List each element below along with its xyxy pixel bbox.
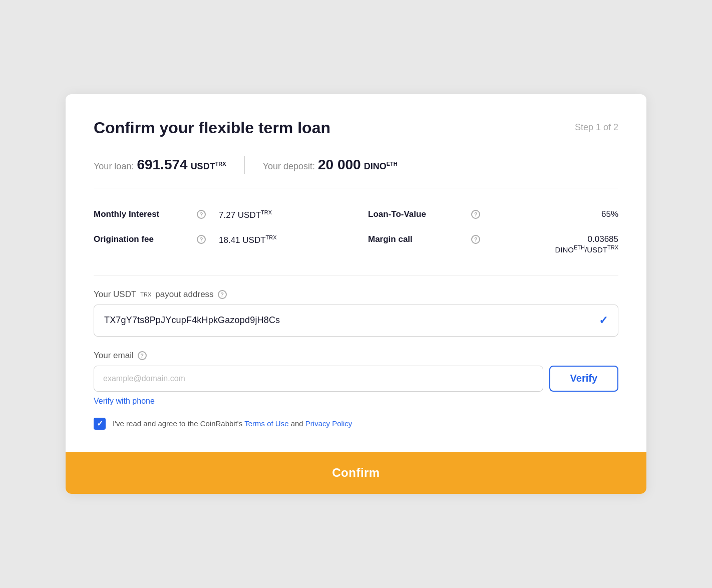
email-input[interactable]	[94, 366, 543, 392]
agree-row: ✓ I've read and agree to the CoinRabbit'…	[94, 418, 618, 430]
details-block: Monthly Interest ? 7.27 USDTTRX Loan-To-…	[94, 202, 618, 275]
email-help-icon[interactable]: ?	[138, 351, 147, 360]
origination-fee-label-group: Origination fee ?	[94, 234, 219, 244]
deposit-currency: DINOETH	[364, 161, 398, 172]
margin-call-help-icon[interactable]: ?	[471, 235, 480, 244]
origination-fee-value: 18.41 USDTTRX	[219, 234, 344, 245]
confirm-button[interactable]: Confirm	[66, 452, 646, 494]
loan-amount: 691.574	[137, 157, 187, 173]
loan-item: Your loan: 691.574 USDTTRX	[94, 157, 226, 173]
margin-call-sub: DINOETH/USDTTRX	[493, 244, 618, 254]
ltv-label: Loan-To-Value	[368, 209, 468, 219]
payout-address-box: TX7gY7ts8PpJYcupF4kHpkGazopd9jH8Cs ✓	[94, 305, 618, 337]
monthly-interest-help-icon[interactable]: ?	[197, 210, 206, 219]
verify-phone-link[interactable]: Verify with phone	[94, 397, 155, 406]
card-body: Confirm your flexible term loan Step 1 o…	[66, 94, 646, 451]
deposit-label: Your deposit:	[263, 161, 315, 172]
loan-divider	[244, 156, 245, 174]
margin-call-label-group: Margin call ?	[344, 234, 493, 244]
address-check-icon: ✓	[599, 314, 608, 327]
email-section: Your email ? Verify Verify with phone	[94, 351, 618, 406]
loan-label: Your loan:	[94, 161, 134, 172]
checkbox-check-icon: ✓	[97, 419, 103, 428]
monthly-interest-label-group: Monthly Interest ?	[94, 209, 219, 219]
origination-fee-label: Origination fee	[94, 234, 194, 244]
ltv-label-group: Loan-To-Value ?	[344, 209, 493, 219]
monthly-interest-label: Monthly Interest	[94, 209, 194, 219]
email-row: Verify	[94, 366, 618, 392]
margin-call-main: 0.03685	[493, 234, 618, 244]
loan-summary-row: Your loan: 691.574 USDTTRX Your deposit:…	[94, 156, 618, 188]
privacy-link[interactable]: Privacy Policy	[305, 419, 352, 428]
ltv-value: 65%	[493, 209, 618, 219]
payout-section: Your USDTTRX payout address ? TX7gY7ts8P…	[94, 289, 618, 337]
step-label: Step 1 of 2	[575, 122, 618, 133]
margin-call-label: Margin call	[368, 234, 468, 244]
terms-link[interactable]: Terms of Use	[244, 419, 288, 428]
monthly-interest-value: 7.27 USDTTRX	[219, 209, 344, 220]
details-row-1: Monthly Interest ? 7.27 USDTTRX Loan-To-…	[94, 202, 618, 227]
deposit-item: Your deposit: 20 000 DINOETH	[263, 157, 398, 173]
page-title: Confirm your flexible term loan	[94, 118, 330, 137]
header-row: Confirm your flexible term loan Step 1 o…	[94, 118, 618, 137]
main-card: Confirm your flexible term loan Step 1 o…	[66, 94, 646, 493]
verify-button[interactable]: Verify	[549, 366, 618, 392]
deposit-amount: 20 000	[318, 157, 361, 173]
payout-help-icon[interactable]: ?	[218, 290, 227, 299]
payout-address: TX7gY7ts8PpJYcupF4kHpkGazopd9jH8Cs	[104, 315, 280, 326]
origination-fee-help-icon[interactable]: ?	[197, 235, 206, 244]
agree-text: I've read and agree to the CoinRabbit's …	[113, 419, 352, 428]
margin-call-value: 0.03685 DINOETH/USDTTRX	[493, 234, 618, 254]
payout-label: Your USDTTRX payout address ?	[94, 289, 618, 300]
loan-currency: USDTTRX	[191, 161, 226, 172]
agree-checkbox[interactable]: ✓	[94, 418, 106, 430]
email-label: Your email ?	[94, 351, 618, 361]
details-row-2: Origination fee ? 18.41 USDTTRX Margin c…	[94, 227, 618, 261]
ltv-help-icon[interactable]: ?	[471, 210, 480, 219]
